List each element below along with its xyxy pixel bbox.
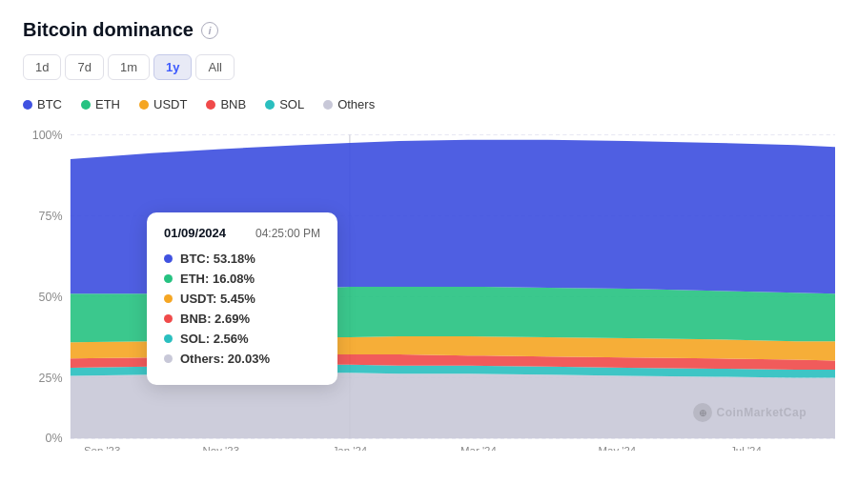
time-filter-7d[interactable]: 7d bbox=[65, 54, 103, 80]
legend-item-bnb: BNB bbox=[206, 97, 246, 111]
svg-text:Nov '23: Nov '23 bbox=[203, 445, 239, 451]
legend-label-sol: SOL bbox=[279, 97, 304, 111]
legend-item-btc: BTC bbox=[23, 97, 62, 111]
svg-text:50%: 50% bbox=[39, 291, 63, 304]
time-filter-1m[interactable]: 1m bbox=[108, 54, 150, 80]
svg-text:75%: 75% bbox=[39, 210, 63, 223]
svg-text:100%: 100% bbox=[32, 129, 63, 142]
tooltip-dot bbox=[164, 254, 173, 263]
chart-svg: 100% 75% 50% 25% 0% Sep '23 Nov '23 Jan … bbox=[23, 127, 835, 451]
svg-text:0%: 0% bbox=[46, 432, 63, 445]
tooltip-label: SOL: 2.56% bbox=[180, 332, 249, 346]
legend-label-others: Others bbox=[337, 97, 375, 111]
tooltip-row: ETH: 16.08% bbox=[164, 272, 320, 286]
chart-header: Bitcoin dominance i bbox=[23, 19, 835, 41]
tooltip-label: USDT: 5.45% bbox=[180, 292, 255, 306]
tooltip-row: USDT: 5.45% bbox=[164, 292, 320, 306]
time-filter-1d[interactable]: 1d bbox=[23, 54, 61, 80]
tooltip-row: BNB: 2.69% bbox=[164, 312, 320, 326]
legend-label-btc: BTC bbox=[37, 97, 62, 111]
legend-item-others: Others bbox=[323, 97, 375, 111]
legend-item-sol: SOL bbox=[265, 97, 304, 111]
chart-title: Bitcoin dominance bbox=[23, 19, 194, 41]
tooltip-label: BTC: 53.18% bbox=[180, 252, 255, 266]
legend-row: BTCETHUSDTBNBSOLOthers bbox=[23, 97, 835, 111]
legend-label-eth: ETH bbox=[95, 97, 120, 111]
tooltip-dot bbox=[164, 274, 173, 283]
legend-dot-usdt bbox=[139, 100, 149, 110]
legend-dot-sol bbox=[265, 100, 275, 110]
svg-text:Sep '23: Sep '23 bbox=[84, 445, 120, 451]
svg-text:Jan '24: Jan '24 bbox=[333, 445, 368, 451]
tooltip-dot bbox=[164, 314, 173, 323]
legend-label-bnb: BNB bbox=[220, 97, 246, 111]
tooltip-row: Others: 20.03% bbox=[164, 352, 320, 366]
time-filter-1y[interactable]: 1y bbox=[153, 54, 192, 80]
time-filter-group: 1d7d1m1yAll bbox=[23, 54, 835, 80]
svg-text:May '24: May '24 bbox=[599, 445, 637, 451]
info-icon[interactable]: i bbox=[201, 22, 218, 39]
legend-item-eth: ETH bbox=[81, 97, 120, 111]
tooltip-time: 04:25:00 PM bbox=[255, 227, 320, 240]
tooltip-date: 01/09/2024 bbox=[164, 226, 226, 240]
watermark: ⊕ CoinMarketCap bbox=[693, 403, 807, 422]
tooltip-header: 01/09/2024 04:25:00 PM bbox=[164, 226, 320, 240]
tooltip-dot bbox=[164, 334, 173, 343]
tooltip-dot bbox=[164, 294, 173, 303]
svg-text:Mar '24: Mar '24 bbox=[460, 445, 497, 451]
legend-item-usdt: USDT bbox=[139, 97, 187, 111]
watermark-text: CoinMarketCap bbox=[716, 406, 807, 419]
tooltip-label: ETH: 16.08% bbox=[180, 272, 255, 286]
legend-dot-others bbox=[323, 100, 333, 110]
watermark-logo: ⊕ bbox=[693, 403, 712, 422]
tooltip-row: SOL: 2.56% bbox=[164, 332, 320, 346]
legend-label-usdt: USDT bbox=[153, 97, 187, 111]
tooltip-label: Others: 20.03% bbox=[180, 352, 270, 366]
chart-area: 100% 75% 50% 25% 0% Sep '23 Nov '23 Jan … bbox=[23, 127, 835, 451]
svg-text:25%: 25% bbox=[39, 372, 63, 385]
tooltip-rows: BTC: 53.18%ETH: 16.08%USDT: 5.45%BNB: 2.… bbox=[164, 252, 320, 366]
tooltip-row: BTC: 53.18% bbox=[164, 252, 320, 266]
legend-dot-btc bbox=[23, 100, 32, 110]
tooltip-dot bbox=[164, 354, 173, 363]
legend-dot-eth bbox=[81, 100, 91, 110]
svg-text:Jul '24: Jul '24 bbox=[730, 445, 762, 451]
tooltip-label: BNB: 2.69% bbox=[180, 312, 250, 326]
legend-dot-bnb bbox=[206, 100, 215, 110]
chart-tooltip: 01/09/2024 04:25:00 PM BTC: 53.18%ETH: 1… bbox=[147, 212, 337, 385]
time-filter-all[interactable]: All bbox=[195, 54, 234, 80]
